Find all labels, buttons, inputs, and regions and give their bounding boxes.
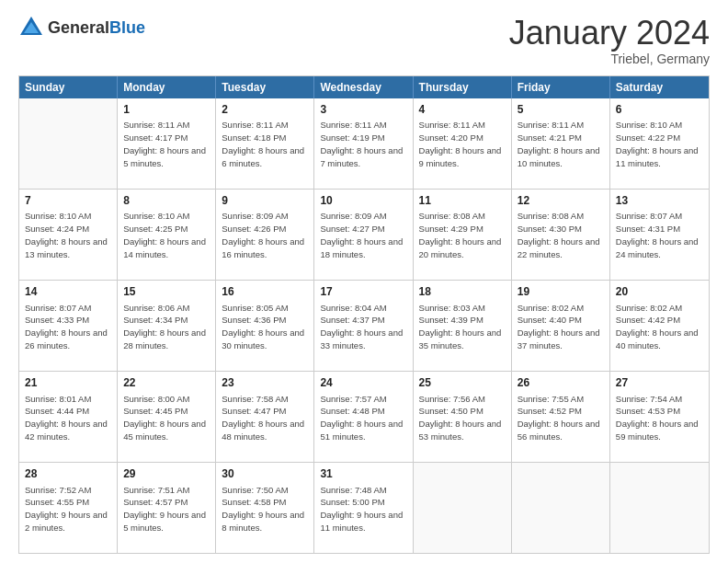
cell-info-11: Sunrise: 8:08 AM Sunset: 4:29 PM Dayligh… bbox=[419, 210, 506, 260]
day-number-27: 27 bbox=[616, 375, 703, 391]
cal-cell-0-6: 6Sunrise: 8:10 AM Sunset: 4:22 PM Daylig… bbox=[610, 98, 709, 189]
cal-cell-4-5 bbox=[512, 463, 610, 553]
cell-info-25: Sunrise: 7:56 AM Sunset: 4:50 PM Dayligh… bbox=[419, 393, 506, 443]
cell-info-23: Sunrise: 7:58 AM Sunset: 4:47 PM Dayligh… bbox=[222, 393, 308, 443]
cal-cell-0-2: 2Sunrise: 8:11 AM Sunset: 4:18 PM Daylig… bbox=[216, 98, 314, 189]
day-number-8: 8 bbox=[123, 193, 210, 209]
day-number-9: 9 bbox=[222, 193, 308, 209]
day-number-12: 12 bbox=[518, 193, 604, 209]
week-row-4: 28Sunrise: 7:52 AM Sunset: 4:55 PM Dayli… bbox=[19, 462, 709, 553]
cell-info-13: Sunrise: 8:07 AM Sunset: 4:31 PM Dayligh… bbox=[616, 210, 703, 260]
day-number-18: 18 bbox=[419, 284, 506, 300]
week-row-0: 1Sunrise: 8:11 AM Sunset: 4:17 PM Daylig… bbox=[19, 98, 709, 189]
cal-cell-0-0 bbox=[19, 98, 118, 189]
cal-cell-2-3: 17Sunrise: 8:04 AM Sunset: 4:37 PM Dayli… bbox=[314, 281, 413, 371]
calendar: Sunday Monday Tuesday Wednesday Thursday… bbox=[18, 75, 710, 554]
logo-text: GeneralBlue bbox=[48, 18, 145, 38]
day-number-29: 29 bbox=[123, 466, 210, 482]
cell-info-8: Sunrise: 8:10 AM Sunset: 4:25 PM Dayligh… bbox=[123, 210, 210, 260]
cal-cell-4-2: 30Sunrise: 7:50 AM Sunset: 4:58 PM Dayli… bbox=[216, 463, 314, 553]
cell-info-4: Sunrise: 8:11 AM Sunset: 4:20 PM Dayligh… bbox=[419, 119, 506, 169]
day-number-10: 10 bbox=[320, 193, 406, 209]
cal-cell-3-6: 27Sunrise: 7:54 AM Sunset: 4:53 PM Dayli… bbox=[610, 372, 709, 462]
day-number-24: 24 bbox=[320, 375, 406, 391]
cal-cell-4-6 bbox=[610, 463, 709, 553]
cell-info-22: Sunrise: 8:00 AM Sunset: 4:45 PM Dayligh… bbox=[123, 393, 210, 443]
cell-info-31: Sunrise: 7:48 AM Sunset: 5:00 PM Dayligh… bbox=[320, 484, 406, 534]
cell-info-28: Sunrise: 7:52 AM Sunset: 4:55 PM Dayligh… bbox=[25, 484, 111, 534]
logo-general: General bbox=[48, 18, 109, 37]
day-number-19: 19 bbox=[518, 284, 604, 300]
cal-cell-2-0: 14Sunrise: 8:07 AM Sunset: 4:33 PM Dayli… bbox=[19, 281, 118, 371]
day-number-16: 16 bbox=[222, 284, 308, 300]
cal-cell-3-4: 25Sunrise: 7:56 AM Sunset: 4:50 PM Dayli… bbox=[414, 372, 512, 462]
day-number-28: 28 bbox=[25, 466, 111, 482]
cal-cell-1-6: 13Sunrise: 8:07 AM Sunset: 4:31 PM Dayli… bbox=[610, 190, 709, 280]
cal-cell-4-1: 29Sunrise: 7:51 AM Sunset: 4:57 PM Dayli… bbox=[118, 463, 216, 553]
cal-cell-2-1: 15Sunrise: 8:06 AM Sunset: 4:34 PM Dayli… bbox=[118, 281, 216, 371]
cal-cell-2-4: 18Sunrise: 8:03 AM Sunset: 4:39 PM Dayli… bbox=[414, 281, 512, 371]
week-row-3: 21Sunrise: 8:01 AM Sunset: 4:44 PM Dayli… bbox=[19, 371, 709, 462]
day-number-23: 23 bbox=[222, 375, 308, 391]
day-number-26: 26 bbox=[518, 375, 604, 391]
title-area: January 2024 Triebel, Germany bbox=[509, 15, 710, 66]
cal-cell-4-3: 31Sunrise: 7:48 AM Sunset: 5:00 PM Dayli… bbox=[314, 463, 413, 553]
calendar-header: Sunday Monday Tuesday Wednesday Thursday… bbox=[19, 76, 709, 98]
cell-info-6: Sunrise: 8:10 AM Sunset: 4:22 PM Dayligh… bbox=[616, 119, 703, 169]
day-number-31: 31 bbox=[320, 466, 406, 482]
cal-cell-1-2: 9Sunrise: 8:09 AM Sunset: 4:26 PM Daylig… bbox=[216, 190, 314, 280]
day-number-13: 13 bbox=[616, 193, 703, 209]
day-number-30: 30 bbox=[222, 466, 308, 482]
cell-info-9: Sunrise: 8:09 AM Sunset: 4:26 PM Dayligh… bbox=[222, 210, 308, 260]
cell-info-29: Sunrise: 7:51 AM Sunset: 4:57 PM Dayligh… bbox=[123, 484, 210, 534]
header-friday: Friday bbox=[512, 76, 610, 98]
cal-cell-4-0: 28Sunrise: 7:52 AM Sunset: 4:55 PM Dayli… bbox=[19, 463, 118, 553]
cal-cell-1-1: 8Sunrise: 8:10 AM Sunset: 4:25 PM Daylig… bbox=[118, 190, 216, 280]
cell-info-27: Sunrise: 7:54 AM Sunset: 4:53 PM Dayligh… bbox=[616, 393, 703, 443]
header-saturday: Saturday bbox=[610, 76, 709, 98]
cell-info-2: Sunrise: 8:11 AM Sunset: 4:18 PM Dayligh… bbox=[222, 119, 308, 169]
cell-info-18: Sunrise: 8:03 AM Sunset: 4:39 PM Dayligh… bbox=[419, 302, 506, 352]
cal-cell-2-5: 19Sunrise: 8:02 AM Sunset: 4:40 PM Dayli… bbox=[512, 281, 610, 371]
cell-info-30: Sunrise: 7:50 AM Sunset: 4:58 PM Dayligh… bbox=[222, 484, 308, 534]
cal-cell-1-3: 10Sunrise: 8:09 AM Sunset: 4:27 PM Dayli… bbox=[314, 190, 413, 280]
day-number-11: 11 bbox=[419, 193, 506, 209]
cal-cell-0-1: 1Sunrise: 8:11 AM Sunset: 4:17 PM Daylig… bbox=[118, 98, 216, 189]
cal-cell-0-4: 4Sunrise: 8:11 AM Sunset: 4:20 PM Daylig… bbox=[414, 98, 512, 189]
cell-info-21: Sunrise: 8:01 AM Sunset: 4:44 PM Dayligh… bbox=[25, 393, 111, 443]
cell-info-24: Sunrise: 7:57 AM Sunset: 4:48 PM Dayligh… bbox=[320, 393, 406, 443]
cell-info-7: Sunrise: 8:10 AM Sunset: 4:24 PM Dayligh… bbox=[25, 210, 111, 260]
cal-cell-0-3: 3Sunrise: 8:11 AM Sunset: 4:19 PM Daylig… bbox=[314, 98, 413, 189]
cal-cell-3-2: 23Sunrise: 7:58 AM Sunset: 4:47 PM Dayli… bbox=[216, 372, 314, 462]
logo-icon bbox=[18, 15, 44, 40]
cal-cell-3-3: 24Sunrise: 7:57 AM Sunset: 4:48 PM Dayli… bbox=[314, 372, 413, 462]
header-tuesday: Tuesday bbox=[216, 76, 314, 98]
header-sunday: Sunday bbox=[19, 76, 118, 98]
header-monday: Monday bbox=[118, 76, 216, 98]
header-thursday: Thursday bbox=[414, 76, 512, 98]
cal-cell-2-6: 20Sunrise: 8:02 AM Sunset: 4:42 PM Dayli… bbox=[610, 281, 709, 371]
day-number-25: 25 bbox=[419, 375, 506, 391]
day-number-5: 5 bbox=[518, 102, 604, 118]
logo-blue: Blue bbox=[109, 18, 145, 37]
cell-info-10: Sunrise: 8:09 AM Sunset: 4:27 PM Dayligh… bbox=[320, 210, 406, 260]
cell-info-15: Sunrise: 8:06 AM Sunset: 4:34 PM Dayligh… bbox=[123, 302, 210, 352]
logo: GeneralBlue bbox=[18, 15, 145, 40]
cal-cell-3-1: 22Sunrise: 8:00 AM Sunset: 4:45 PM Dayli… bbox=[118, 372, 216, 462]
cell-info-3: Sunrise: 8:11 AM Sunset: 4:19 PM Dayligh… bbox=[320, 119, 406, 169]
day-number-7: 7 bbox=[25, 193, 111, 209]
cal-cell-3-0: 21Sunrise: 8:01 AM Sunset: 4:44 PM Dayli… bbox=[19, 372, 118, 462]
day-number-3: 3 bbox=[320, 102, 406, 118]
cell-info-5: Sunrise: 8:11 AM Sunset: 4:21 PM Dayligh… bbox=[518, 119, 604, 169]
page: GeneralBlue January 2024 Triebel, German… bbox=[0, 0, 728, 563]
month-title: January 2024 bbox=[509, 15, 710, 52]
day-number-1: 1 bbox=[123, 102, 210, 118]
cell-info-19: Sunrise: 8:02 AM Sunset: 4:40 PM Dayligh… bbox=[518, 302, 604, 352]
calendar-body: 1Sunrise: 8:11 AM Sunset: 4:17 PM Daylig… bbox=[19, 98, 709, 553]
cal-cell-1-0: 7Sunrise: 8:10 AM Sunset: 4:24 PM Daylig… bbox=[19, 190, 118, 280]
day-number-20: 20 bbox=[616, 284, 703, 300]
cell-info-26: Sunrise: 7:55 AM Sunset: 4:52 PM Dayligh… bbox=[518, 393, 604, 443]
day-number-21: 21 bbox=[25, 375, 111, 391]
cal-cell-2-2: 16Sunrise: 8:05 AM Sunset: 4:36 PM Dayli… bbox=[216, 281, 314, 371]
day-number-15: 15 bbox=[123, 284, 210, 300]
